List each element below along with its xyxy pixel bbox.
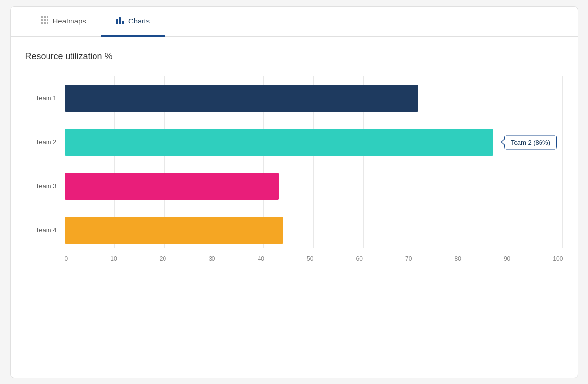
tab-charts[interactable]: Charts — [101, 7, 165, 37]
main-container: Heatmaps Charts Resource utilization % — [10, 6, 578, 378]
heatmaps-icon — [40, 16, 49, 26]
bar-row-team2: Team 2 Team 2 (86%) — [25, 120, 563, 164]
svg-rect-11 — [122, 21, 124, 24]
bar-label-team4: Team 4 — [25, 226, 65, 234]
charts-icon — [116, 16, 124, 26]
x-tick-50: 50 — [307, 255, 313, 262]
chart-area: Team 1 Team 2 Team 2 (86%) — [25, 76, 563, 262]
svg-rect-3 — [41, 19, 43, 21]
svg-rect-7 — [44, 22, 46, 24]
svg-rect-8 — [47, 22, 48, 24]
bar-container-team2: Team 2 (86%) — [65, 129, 563, 156]
x-tick-90: 90 — [504, 255, 510, 262]
x-tick-30: 30 — [209, 255, 215, 262]
bar-row-team3: Team 3 — [25, 164, 563, 208]
svg-rect-2 — [47, 16, 48, 18]
x-tick-80: 80 — [454, 255, 461, 262]
svg-rect-1 — [44, 16, 46, 18]
x-axis: 0 10 20 30 40 50 60 70 80 90 100 — [65, 252, 563, 262]
x-tick-100: 100 — [553, 255, 563, 262]
tab-heatmaps-label: Heatmaps — [53, 17, 86, 25]
bar-container-team3 — [65, 173, 563, 200]
bar-row-team1: Team 1 — [25, 76, 563, 120]
chart-title: Resource utilization % — [25, 51, 563, 62]
bar-container-team4 — [65, 217, 563, 244]
chart-section: Resource utilization % Team 1 — [11, 37, 578, 272]
bar-team2[interactable]: Team 2 (86%) — [65, 129, 493, 156]
tab-heatmaps[interactable]: Heatmaps — [25, 7, 101, 37]
tab-bar: Heatmaps Charts — [11, 7, 578, 37]
svg-rect-5 — [47, 19, 48, 21]
bar-label-team3: Team 3 — [25, 182, 65, 190]
bar-row-team4: Team 4 — [25, 208, 563, 252]
x-tick-70: 70 — [405, 255, 412, 262]
svg-rect-0 — [41, 16, 43, 18]
x-tick-20: 20 — [160, 255, 166, 262]
bar-label-team2: Team 2 — [25, 138, 65, 146]
svg-rect-4 — [44, 19, 46, 21]
tab-charts-label: Charts — [128, 17, 150, 25]
x-tick-60: 60 — [356, 255, 363, 262]
bar-label-team1: Team 1 — [25, 94, 65, 102]
x-tick-10: 10 — [110, 255, 117, 262]
bar-team3[interactable] — [65, 173, 279, 200]
bar-team1[interactable] — [65, 85, 419, 112]
tooltip-text-team2: Team 2 (86%) — [511, 138, 550, 146]
bars-container: Team 1 Team 2 Team 2 (86%) — [25, 76, 563, 252]
bar-team4[interactable] — [65, 217, 284, 244]
x-tick-40: 40 — [258, 255, 264, 262]
bar-container-team1 — [65, 85, 563, 112]
svg-rect-6 — [41, 22, 43, 24]
x-tick-0: 0 — [65, 255, 68, 262]
svg-rect-9 — [116, 19, 118, 24]
svg-rect-10 — [119, 17, 121, 24]
tooltip-team2: Team 2 (86%) — [504, 135, 557, 149]
